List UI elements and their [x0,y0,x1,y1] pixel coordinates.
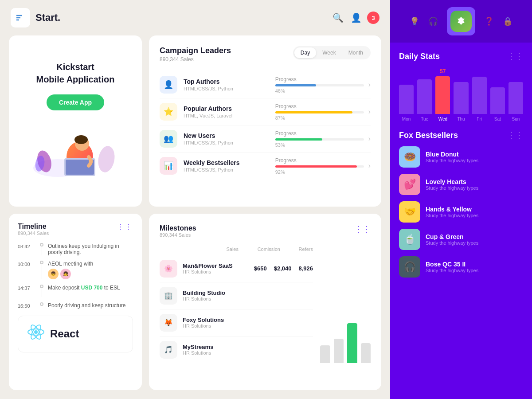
timeline-dots[interactable]: ⋮⋮ [117,223,133,231]
timeline-card: Timeline 890,344 Sales ⋮⋮ 08:42 Outlines… [9,214,142,391]
fox-item-sub-3: Study the highway types [426,213,478,218]
svg-point-9 [74,135,88,144]
camp-icon-1: 👤 [160,76,177,94]
campaign-subtitle: 890,344 Sales [160,56,231,63]
table-row: 👤 Top Authors HTML/CSS/JS, Python Progre… [160,71,371,98]
milestones-title: Milestones [160,224,196,232]
milestone-chart [313,260,371,363]
fox-item-name-5: Bose QC 35 II [426,261,478,268]
camp-arrow-4[interactable]: › [368,162,371,170]
fox-item-sub-4: Study the highway types [426,240,478,246]
create-app-button[interactable]: Create App [47,94,104,110]
fox-dots[interactable]: ⋮⋮ [507,130,523,140]
panel-icon-lock[interactable]: 🔒 [503,16,512,26]
milestone-icon-1: 🌸 [160,260,177,278]
daily-stats-title: Daily Stats [399,52,440,61]
fox-item-sub-5: Study the highway types [426,268,478,273]
camp-arrow-1[interactable]: › [368,81,371,89]
camp-info-3: New Users HTML/CSS/JS, Python [184,132,275,145]
milestone-row-3: 🦊 Foxy Solutions HR Solutions [160,309,313,336]
stat-bar-wed: 57 Wed [435,68,450,121]
fox-thumb-5: 🎧 [399,256,420,278]
filter-tabs: Day Week Month [293,46,371,59]
camp-info-1: Top Authors HTML/CSS/JS, Python [184,78,275,91]
camp-icon-3: 👥 [160,130,177,148]
stats-chart: Mon Tue 57 Wed Thu [399,68,523,121]
fox-item-4[interactable]: 🍵 Cup & Green Study the highway types [399,229,523,250]
fox-bestsellers-section: Fox Bestsellers ⋮⋮ 🍩 Blue Donut Study th… [399,130,523,278]
stat-bar-thu: Thu [454,68,468,121]
fox-item-3[interactable]: 🤝 Hands & Yellow Study the highway types [399,201,523,223]
panel-topbar: 💡 🎧 ❓ 🔒 [390,0,532,43]
panel-icon-question[interactable]: ❓ [484,16,494,26]
app-title: Start. [35,12,60,23]
table-row: 👥 New Users HTML/CSS/JS, Python Progress… [160,125,371,153]
fox-thumb-1: 🍩 [399,146,420,168]
fox-item-sub-1: Study the highway types [426,158,478,163]
fox-item-1[interactable]: 🍩 Blue Donut Study the highway types [399,146,523,168]
stat-bar-tue: Tue [417,68,432,121]
react-banner: React [18,316,133,352]
timeline-item-4: 16:50 Poorly driving and keep structure [18,302,133,309]
milestones-dots[interactable]: ⋮⋮ [355,224,371,234]
kickstart-title: Kickstart Mobile Application [36,61,114,86]
fox-item-name-3: Hands & Yellow [426,206,478,213]
milestone-row-4: 🎵 MyStreams HR Solutions [160,336,313,363]
kickstart-illustration [31,119,120,181]
milestone-icon-4: 🎵 [160,341,177,359]
milestone-row-2: 🏢 Building Studio HR Solutions [160,282,313,309]
panel-icon-lamp[interactable]: 💡 [410,16,419,26]
right-panel: 💡 🎧 ❓ 🔒 Daily Stats ⋮⋮ Mon [390,0,532,399]
fox-item-5[interactable]: 🎧 Bose QC 35 II Study the highway types [399,256,523,278]
milestone-icon-2: 🏢 [160,287,177,305]
campaign-card: Campaign Leaders 890,344 Sales Day Week … [149,35,381,207]
panel-icon-headphones[interactable]: 🎧 [428,16,438,26]
campaign-title: Campaign Leaders [160,46,231,55]
camp-info-2: Popular Authors HTML, VueJS, Laravel [184,105,275,118]
timeline-subtitle: 890,344 Sales [18,231,49,236]
fox-item-sub-2: Study the highway types [426,185,478,191]
stat-bar-mon: Mon [399,68,414,121]
fox-bestsellers-title: Fox Bestsellers [399,131,458,140]
camp-progress-2: Progress 87% [275,103,364,121]
milestone-row-1: 🌸 Man&Flower SaaS HR Solutions $650 $2,0… [160,255,313,282]
milestones-subtitle: 890,344 Sales [160,232,196,238]
camp-arrow-2[interactable]: › [368,108,371,116]
filter-week[interactable]: Week [316,47,342,58]
camp-icon-2: ⭐ [160,103,177,121]
topnav: Start. 🔍 👤 3 [0,0,390,35]
notification-badge[interactable]: 3 [367,12,379,24]
timeline-title: Timeline [18,223,49,231]
camp-info-4: Weekly Bestsellers HTML/CSS/JS, Python [184,159,275,172]
camp-progress-3: Progress 53% [275,130,364,148]
filter-day[interactable]: Day [294,47,316,58]
camp-arrow-3[interactable]: › [368,135,371,143]
timeline-item-2: 10:00 AEOL meeting with 👦 👧 [18,261,133,279]
camp-progress-4: Progress 92% [275,157,364,175]
camp-progress-1: Progress 46% [275,76,364,94]
svg-point-12 [34,330,38,334]
fox-item-name-2: Lovely Hearts [426,178,478,185]
timeline-item-3: 14:37 Make deposit USD 700 to ESL [18,285,133,297]
logo-icon [11,8,30,27]
filter-month[interactable]: Month [342,47,369,58]
react-text: React [50,328,79,340]
stat-highlight-value: 57 [440,68,446,74]
fox-item-2[interactable]: 💕 Lovely Hearts Study the highway types [399,174,523,195]
svg-point-6 [96,145,117,173]
kickstart-card: Kickstart Mobile Application Create App [9,35,142,207]
milestones-card: Milestones 890,344 Sales ⋮⋮ Sales Comiss… [149,214,381,391]
search-icon[interactable]: 🔍 [332,12,344,23]
timeline-item-1: 08:42 Outlines keep you Indulging in poo… [18,243,133,255]
fox-item-name-1: Blue Donut [426,151,478,158]
panel-icon-fox[interactable] [447,7,475,35]
daily-stats-dots[interactable]: ⋮⋮ [507,51,523,61]
fox-item-name-4: Cup & Green [426,233,478,240]
react-icon [27,323,45,345]
fox-thumb-3: 🤝 [399,201,420,223]
daily-stats-section: Daily Stats ⋮⋮ Mon Tue 57 Wed [399,51,523,121]
camp-icon-4: 📊 [160,157,177,175]
milestone-icon-3: 🦊 [160,314,177,332]
user-icon[interactable]: 👤 [351,12,362,23]
stat-bar-fri: Fri [472,68,487,121]
